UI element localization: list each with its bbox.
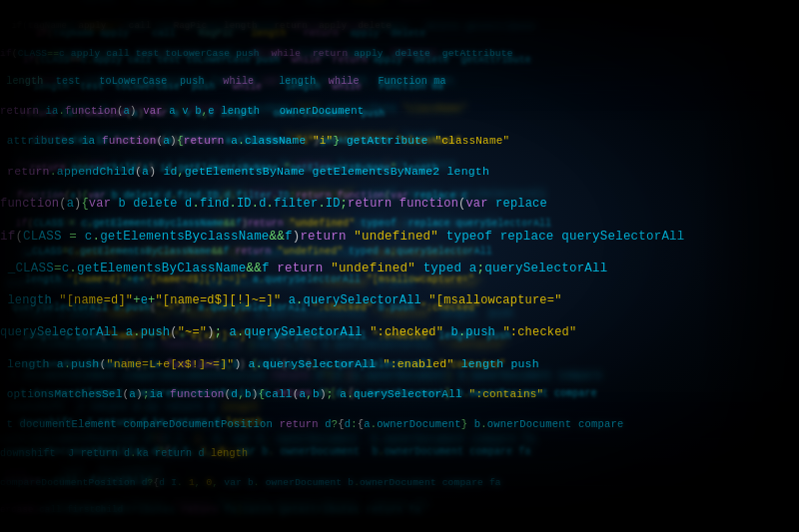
blur-bottom-overlay bbox=[0, 392, 799, 532]
blur-top-overlay bbox=[0, 0, 799, 120]
vignette-overlay bbox=[0, 0, 799, 532]
code-layer-far: var tagName = toLowerCase apply call Rag… bbox=[0, 0, 799, 527]
code-background: var tagName = toLowerCase apply call Rag… bbox=[0, 0, 799, 532]
blur-left-overlay bbox=[0, 0, 100, 532]
code-layer-near: if(tagName apply call RagPic length retu… bbox=[0, 5, 799, 532]
code-layer-mid: if(tagName apply call RagPic length retu… bbox=[2, 14, 797, 530]
blur-right-overlay bbox=[699, 0, 799, 532]
